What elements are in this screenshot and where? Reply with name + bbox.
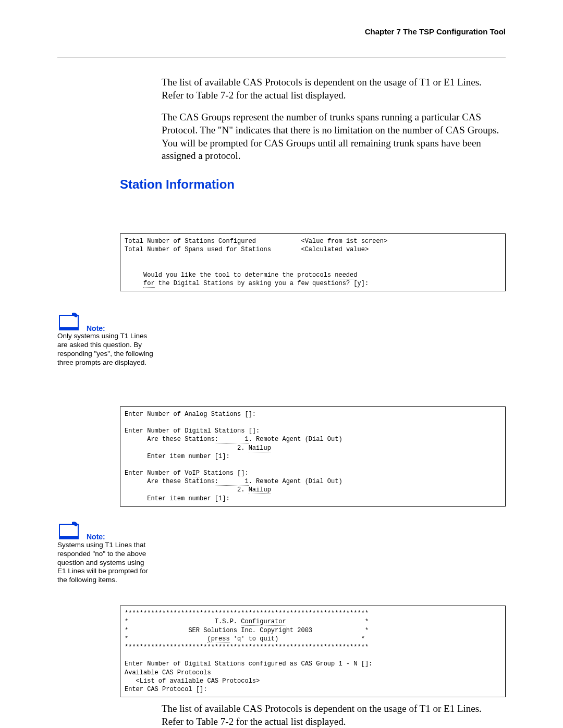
note-block: Note: Only systems using T1 Lines are as… (57, 312, 154, 367)
terminal-text: * (286, 618, 369, 625)
terminal-text: 'q' to quit) * (230, 635, 365, 643)
terminal-text: Enter Number of Analog Stations []: (125, 411, 256, 418)
terminal-text: Nailup (249, 445, 271, 452)
note-icon (57, 312, 84, 331)
note-icon (57, 521, 84, 540)
terminal-text: ]: (361, 280, 369, 287)
terminal-text: * T.S.P. (125, 618, 241, 625)
terminal-text: ****************************************… (125, 610, 369, 617)
terminal-text: Enter CAS Protocol []: (125, 686, 207, 693)
terminal-text: <Value from 1st screen> (301, 238, 387, 245)
terminal-text: needed (335, 272, 357, 279)
note-label: Note: (87, 533, 105, 542)
terminal-text: Enter Number of Digital Stations configu… (125, 660, 372, 668)
body-paragraph: The CAS Groups represent the number of t… (162, 111, 506, 163)
header-rule (57, 57, 506, 57)
terminal-block-configurator: ****************************************… (120, 606, 506, 697)
terminal-text: * (125, 635, 207, 643)
terminal-text: : 1 (215, 436, 249, 443)
terminal-text: Would you like the tool to determine the… (125, 272, 335, 279)
body-paragraph: The list of available CAS Protocols is d… (162, 702, 506, 728)
terminal-text: Enter Number of Digital Stations []: (125, 427, 260, 435)
terminal-text: * SER Solutions Inc. Copyright 2003 * (125, 627, 369, 634)
terminal-block-station-info: Total Number of Stations Configured <Val… (120, 233, 506, 291)
document-page: Chapter 7 The TSP Configuration Tool The… (0, 0, 563, 728)
terminal-text: Configurator (241, 618, 286, 626)
terminal-text: Enter item number [1]: (125, 453, 230, 460)
terminal-text: ****************************************… (125, 644, 369, 651)
terminal-text: Enter Number of (125, 470, 185, 477)
terminal-text: . Remote Agent (Dial Out) (249, 436, 342, 443)
note-block: Note: Systems using T1 Lines that respon… (57, 521, 154, 585)
terminal-text: Available CAS Protocols (125, 669, 211, 676)
terminal-text: : 1 (215, 478, 249, 486)
chapter-header: Chapter 7 The TSP Configuration Tool (57, 27, 506, 36)
terminal-text: Total Number of Stations Configured (125, 238, 256, 245)
body-paragraph: The list of available CAS Protocols is d… (162, 76, 506, 102)
terminal-text: <Calculated value> (301, 246, 369, 253)
note-label: Note: (87, 324, 105, 334)
note-text: Systems using T1 Lines that responded "n… (57, 541, 154, 585)
terminal-block-stations-entry: Enter Number of Analog Stations []: Ente… (120, 406, 506, 507)
terminal-text: Nailup (249, 486, 271, 494)
terminal-text: Are these Stations (125, 478, 215, 485)
terminal-text: y (358, 280, 361, 288)
terminal-text: Are these Stations (125, 436, 215, 443)
terminal-text: Total Number of Spans used for Stations (125, 246, 271, 253)
terminal-text: Enter item number [1]: (125, 495, 230, 502)
note-text: Only systems using T1 Lines are asked th… (57, 332, 154, 367)
terminal-text: VoIP (185, 470, 200, 477)
terminal-text: . Remote Agent (Dial Out) (249, 478, 342, 485)
terminal-text: <List of available CAS Protocols> (125, 677, 260, 685)
terminal-text: 2. (125, 445, 249, 452)
terminal-text: Stations []: (200, 470, 249, 477)
terminal-text: 2. (125, 486, 249, 493)
terminal-text: the Digital Stations by asking you a few… (155, 280, 358, 287)
terminal-text: for (143, 280, 155, 288)
terminal-text: (press (207, 635, 229, 643)
section-heading: Station Information (120, 177, 506, 192)
terminal-text (125, 280, 143, 287)
